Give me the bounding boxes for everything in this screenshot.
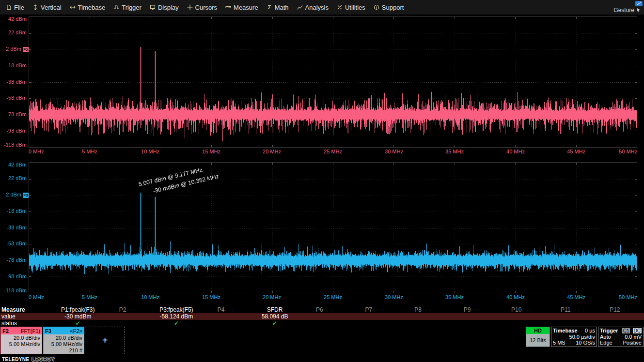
menu-item-label: Trigger [122,4,141,11]
support-icon [374,4,379,10]
x-axis-label: 20 MHz [255,294,289,301]
x-axis-label: 25 MHz [316,294,350,301]
descriptor-header: F3 <F2> [44,327,84,334]
trace-descriptor-f2[interactable]: F2 FFT(F1) 20.0 dB/div 5.00 MHz/div [0,327,42,354]
y-axis-label: 2 dBm [0,192,21,198]
trace-id: F3 [45,328,51,334]
measure-col-header-10[interactable]: P10- - - [496,306,546,313]
menu-item-support[interactable]: Support [370,2,408,13]
spectrum-grid-f3[interactable]: 5.007 dBm @ 9.177 MHz -30 mdBm @ 10.352 … [29,162,637,293]
menu-item-file[interactable]: File [2,2,29,13]
vertical-icon [32,4,38,10]
x-axis-label: 20 MHz [255,149,289,155]
timebase-descriptor[interactable]: Timebase 0 µs 50.0 µs/div 5 MS 10 GS/s [551,327,597,347]
vertical-scale: 20.0 dB/div [2,335,40,341]
x-axis-label: 10 MHz [133,294,167,301]
measure-col-header-6[interactable]: P6- - - [299,306,349,313]
measure-col-header-11[interactable]: P11- - - [546,306,595,313]
gesture-label: Gesture [613,7,634,14]
y-axis-label: 42 dBm [0,16,27,22]
measure-value-5: 58.094 dB [250,313,299,320]
measure-status-row: status ✓✓✓ [0,320,644,327]
hd-mode-box[interactable]: HD 12 Bits [526,327,550,347]
measure-col-header-12[interactable]: P12- - - [595,306,644,313]
menu-item-cursors[interactable]: Cursors [183,2,222,13]
gesture-icon [636,8,641,13]
menu-item-display[interactable]: Display [146,2,183,13]
y-axis-label: -78 dBm [0,111,27,118]
y-axis-label: -118 dBm [0,287,27,294]
y-axis-label: 22 dBm [0,30,27,36]
menu-bar: FileVerticalTimebaseTriggerDisplayCursor… [0,0,644,15]
stylus-icon[interactable] [635,1,643,6]
trigger-source-badge[interactable]: C1 [622,328,630,333]
brand-teledyne: TELEDYNE [2,357,30,362]
hd-label: HD [526,327,550,334]
x-axis-label: 0 MHz [29,294,44,301]
file-icon [6,4,12,10]
menu-item-timebase[interactable]: Timebase [66,2,110,13]
add-trace-button[interactable]: + [85,327,125,354]
measure-status-5: ✓ [250,320,299,327]
measure-value-3: -58.124 dBm [152,313,201,320]
trace-descriptor-f3[interactable]: F3 <F2> 20.0 dB/div 5.00 MHz/div 210 # [43,327,84,354]
menu-item-trigger[interactable]: Trigger [110,2,146,13]
y-axis-label: -18 dBm [0,208,27,214]
measure-col-header-5[interactable]: SFDR [250,306,299,313]
measure-col-header-8[interactable]: P8- - - [398,306,447,313]
x-axis-label: 50 MHz [603,294,637,301]
trigger-label: Trigger [600,328,618,334]
measure-col-header-2[interactable]: P2- - - [103,306,152,313]
x-axis-label: 40 MHz [499,294,533,301]
menu-item-label: Measure [234,4,258,11]
vertical-scale: 20.0 dB/div [45,335,82,341]
menu-item-label: Cursors [195,4,218,11]
display-icon [150,4,156,10]
x-axis-label: 35 MHz [438,294,471,301]
trace-id: F2 [2,328,9,334]
fft-trace-f2[interactable] [29,17,637,147]
timebase-label: Timebase [553,328,578,334]
timebase-scale: 50.0 µs/div [569,334,595,340]
spectrum-grid-f2[interactable] [29,16,637,148]
y-axis-label: 22 dBm [0,175,27,181]
math-icon [267,4,272,10]
y-axis-label: -38 dBm [0,79,27,85]
cursors-icon [187,4,193,10]
descriptor-header: F2 FFT(F1) [1,327,42,334]
measure-value-1: -30 mdBm [53,313,103,320]
status-row-label: status [0,320,53,327]
measure-col-header-1[interactable]: P1:fpeak(F3) [53,306,103,313]
y-axis-label: -98 dBm [0,273,27,280]
menu-item-label: Analysis [305,4,329,11]
menu-item-utilities[interactable]: Utilities [333,2,370,13]
measure-col-header-9[interactable]: P9- - - [447,306,497,313]
x-axis-label: 30 MHz [377,149,411,155]
menu-item-vertical[interactable]: Vertical [29,2,66,13]
measure-status-1: ✓ [53,320,103,327]
measure-icon [225,4,231,10]
menu-item-analysis[interactable]: Analysis [293,2,333,13]
x-axis-label: 45 MHz [559,294,593,301]
measure-header-row: Measure P1:fpeak(F3)P2- - -P3:fpeak(F5)P… [0,306,644,313]
y-axis-label: -38 dBm [0,225,27,231]
gesture-control[interactable]: Gesture [613,7,641,14]
trace-level-indicator-f2[interactable]: F2 [23,47,29,52]
measure-col-header-7[interactable]: P7- - - [348,306,398,313]
trigger-descriptor[interactable]: Trigger C1 DC Auto 0.0 mV Edge Positive [598,327,644,347]
x-axis-label: 5 MHz [73,149,107,155]
trace-source: <F2> [70,328,82,334]
measure-col-header-4[interactable]: P4- - - [201,306,251,313]
trigger-coupling-badge[interactable]: DC [633,328,642,333]
menu-item-label: Timebase [78,4,106,11]
y-axis-label: -78 dBm [0,257,27,263]
fft-trace-f3[interactable] [29,163,637,293]
y-axis-label: -58 dBm [0,95,27,101]
menu-item-math[interactable]: Math [263,2,293,13]
value-row-label: value [0,313,53,320]
menu-item-measure[interactable]: Measure [221,2,263,13]
measure-col-header-3[interactable]: P3:fpeak(F5) [152,306,201,313]
x-axis-label: 50 MHz [603,149,637,155]
menu-item-label: Display [158,4,179,11]
trace-level-indicator-f3[interactable]: F3 [23,193,29,198]
